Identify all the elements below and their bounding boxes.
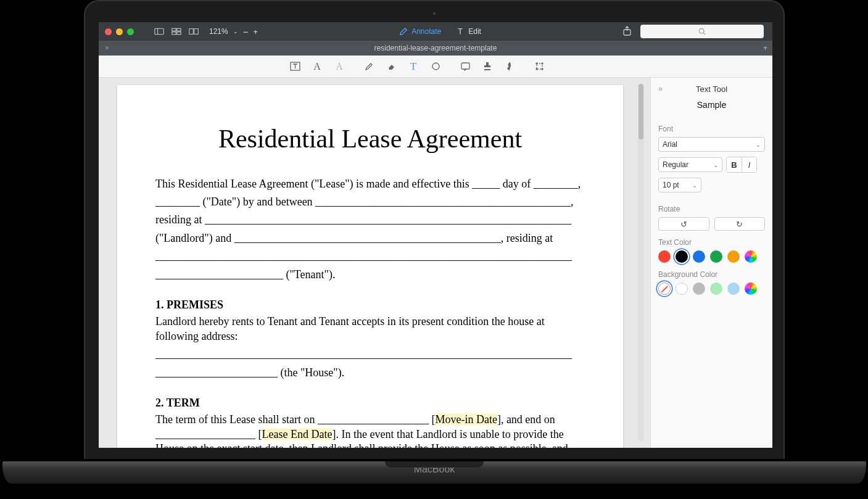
svg-rect-2 xyxy=(172,28,176,31)
zoom-control: 121%⌄ − + xyxy=(209,27,258,37)
search-icon xyxy=(698,28,706,35)
color-black[interactable] xyxy=(676,250,688,263)
sidebar-toggle-icon[interactable] xyxy=(152,26,166,37)
color-green[interactable] xyxy=(710,250,722,263)
document-tab[interactable]: residential-lease-agreement-template xyxy=(99,44,772,52)
shape-tool-icon[interactable] xyxy=(430,61,441,72)
stamp-tool-icon[interactable] xyxy=(482,61,493,72)
text-tool-panel: » Text Tool Sample Font Arial ⌄ Regular … xyxy=(650,78,772,448)
bg-light-blue[interactable] xyxy=(727,282,740,295)
svg-rect-3 xyxy=(177,28,181,31)
rotate-ccw-button[interactable]: ↺ xyxy=(658,217,709,231)
doc-paragraph: Landlord hereby rents to Tenant and Tena… xyxy=(155,315,585,344)
color-orange[interactable] xyxy=(727,250,740,263)
doc-text: ], and end on xyxy=(497,413,555,426)
svg-rect-7 xyxy=(194,29,199,35)
doc-paragraph: ________________________________________… xyxy=(155,347,585,361)
text-sample-preview: Sample xyxy=(658,100,765,110)
rotate-cw-button[interactable]: ↻ xyxy=(714,217,766,231)
font-section-label: Font xyxy=(658,125,765,133)
eraser-tool-icon[interactable] xyxy=(386,61,397,72)
doc-highlight: Lease End Date xyxy=(262,428,333,440)
titlebar: 121%⌄ − + Annotate Edit xyxy=(99,22,772,41)
doc-paragraph: ________ ("Date") by and between _______… xyxy=(155,195,585,209)
zoom-out-button[interactable]: − xyxy=(243,27,249,37)
zoom-button[interactable] xyxy=(127,28,134,35)
bg-gray[interactable] xyxy=(693,282,705,295)
svg-point-18 xyxy=(542,68,543,70)
font-family-value: Arial xyxy=(663,140,677,149)
chevron-down-icon: ⌄ xyxy=(756,141,761,148)
close-tab-button[interactable]: × xyxy=(105,44,109,52)
rotate-section-label: Rotate xyxy=(658,205,765,213)
annotate-mode-tab[interactable]: Annotate xyxy=(399,27,441,36)
svg-rect-13 xyxy=(461,63,469,69)
scrollbar[interactable] xyxy=(638,84,644,442)
close-button[interactable] xyxy=(105,28,112,35)
add-tab-button[interactable]: + xyxy=(763,44,767,52)
text-a-tool-icon[interactable]: A xyxy=(312,61,323,72)
pencil-tool-icon[interactable] xyxy=(363,61,374,72)
text-color-swatches xyxy=(658,250,765,263)
color-blue[interactable] xyxy=(693,250,705,263)
svg-point-16 xyxy=(542,63,543,64)
bg-none[interactable] xyxy=(658,282,671,295)
thumbnails-icon[interactable] xyxy=(170,26,183,37)
select-tool-icon[interactable] xyxy=(534,61,545,72)
scroll-thumb[interactable] xyxy=(639,84,643,139)
bg-white[interactable] xyxy=(676,282,688,295)
text-a-outline-icon[interactable]: A xyxy=(334,61,345,72)
pdf-editor-window: 121%⌄ − + Annotate Edit xyxy=(99,22,772,448)
panel-title: Text Tool xyxy=(658,85,765,94)
doc-paragraph: This Residential Lease Agreement ("Lease… xyxy=(155,177,585,191)
svg-rect-4 xyxy=(172,32,176,35)
edit-label: Edit xyxy=(468,27,481,36)
doc-paragraph: ("Landlord") and _______________________… xyxy=(155,231,585,245)
color-red[interactable] xyxy=(658,250,671,263)
device-notch xyxy=(385,461,484,468)
doc-paragraph: _______________________ ("Tenant"). xyxy=(155,268,585,282)
chevron-down-icon: ⌄ xyxy=(692,182,697,189)
text-color-label: Text Color xyxy=(658,238,765,247)
doc-paragraph: ________________________________________… xyxy=(155,249,585,263)
font-family-select[interactable]: Arial ⌄ xyxy=(658,137,765,152)
note-tool-icon[interactable] xyxy=(460,61,471,72)
document-tabbar: × residential-lease-agreement-template + xyxy=(99,41,772,56)
zoom-in-button[interactable]: + xyxy=(253,27,258,36)
textbox-tool-icon[interactable] xyxy=(289,61,300,72)
svg-rect-6 xyxy=(189,29,194,35)
doc-highlight: Move-in Date xyxy=(435,413,497,426)
font-style-value: Regular xyxy=(663,160,688,169)
bg-custom[interactable] xyxy=(745,282,757,295)
bold-italic-group: B I xyxy=(726,157,757,173)
two-page-icon[interactable] xyxy=(187,26,200,37)
doc-heading: 1. PREMISES xyxy=(155,298,585,312)
bg-light-green[interactable] xyxy=(710,282,722,295)
annotate-label: Annotate xyxy=(411,27,441,36)
edit-icon xyxy=(456,27,465,36)
minimize-button[interactable] xyxy=(116,28,123,35)
doc-paragraph: ______________________ (the "House"). xyxy=(155,366,585,380)
bg-color-swatches xyxy=(658,282,765,295)
doc-title: Residential Lease Agreement xyxy=(155,122,585,156)
italic-button[interactable]: I xyxy=(742,157,756,172)
signature-tool-icon[interactable] xyxy=(504,61,515,72)
zoom-level[interactable]: 121% xyxy=(209,27,228,36)
search-input[interactable] xyxy=(640,25,764,38)
doc-paragraph: residing at ____________________________… xyxy=(155,213,585,227)
font-size-select[interactable]: 10 pt ⌄ xyxy=(658,178,701,192)
window-traffic-lights xyxy=(105,28,134,35)
font-style-select[interactable]: Regular ⌄ xyxy=(658,157,722,172)
color-custom[interactable] xyxy=(745,250,757,263)
bold-button[interactable]: B xyxy=(727,157,742,172)
svg-point-15 xyxy=(536,63,537,64)
chevron-down-icon: ⌄ xyxy=(713,162,718,168)
zoom-chevron-icon[interactable]: ⌄ xyxy=(233,28,238,35)
edit-mode-tab[interactable]: Edit xyxy=(456,27,481,36)
doc-heading: 2. TERM xyxy=(155,396,585,410)
text-tool-icon[interactable]: T xyxy=(408,61,419,72)
svg-point-17 xyxy=(536,68,537,70)
document-viewport[interactable]: Residential Lease Agreement This Residen… xyxy=(99,78,650,448)
share-icon[interactable] xyxy=(622,26,632,38)
svg-rect-5 xyxy=(177,32,181,35)
